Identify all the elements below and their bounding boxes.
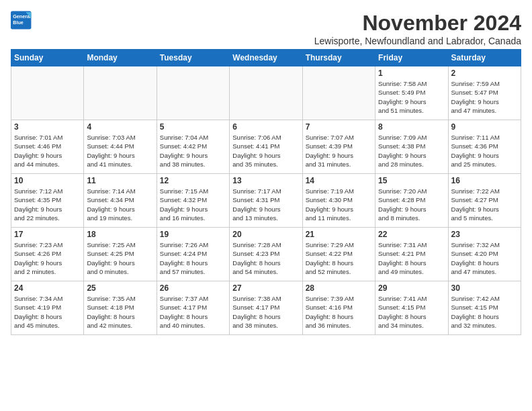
calendar-cell: 1Sunrise: 7:58 AMSunset: 5:49 PMDaylight… — [375, 66, 448, 120]
calendar-cell: 4Sunrise: 7:03 AMSunset: 4:44 PMDaylight… — [84, 120, 157, 174]
cell-info: Sunrise: 7:26 AMSunset: 4:24 PMDaylight:… — [160, 240, 226, 276]
calendar-cell: 12Sunrise: 7:15 AMSunset: 4:32 PMDayligh… — [157, 174, 229, 228]
calendar-cell: 2Sunrise: 7:59 AMSunset: 5:47 PMDaylight… — [448, 66, 521, 120]
calendar-cell: 8Sunrise: 7:09 AMSunset: 4:38 PMDaylight… — [375, 120, 448, 174]
svg-text:Blue: Blue — [13, 19, 24, 26]
cell-info: Sunrise: 7:15 AMSunset: 4:32 PMDaylight:… — [160, 187, 226, 222]
day-number: 30 — [451, 283, 518, 293]
calendar-cell: 18Sunrise: 7:25 AMSunset: 4:25 PMDayligh… — [84, 228, 157, 281]
title-area: November 2024 Lewisporte, Newfoundland a… — [314, 11, 521, 46]
weekday-header-saturday: Saturday — [448, 50, 521, 66]
calendar-cell — [302, 66, 375, 120]
calendar-cell — [157, 66, 229, 120]
cell-info: Sunrise: 7:01 AMSunset: 4:46 PMDaylight:… — [14, 133, 81, 169]
calendar-cell — [230, 66, 302, 120]
calendar-cell: 24Sunrise: 7:34 AMSunset: 4:19 PMDayligh… — [11, 281, 84, 335]
header: General Blue November 2024 Lewisporte, N… — [11, 11, 521, 46]
cell-info: Sunrise: 7:19 AMSunset: 4:30 PMDaylight:… — [306, 187, 372, 222]
cell-info: Sunrise: 7:07 AMSunset: 4:39 PMDaylight:… — [306, 133, 372, 169]
calendar-cell: 6Sunrise: 7:06 AMSunset: 4:41 PMDaylight… — [230, 120, 302, 174]
calendar-cell: 15Sunrise: 7:20 AMSunset: 4:28 PMDayligh… — [375, 174, 448, 228]
calendar-cell: 29Sunrise: 7:41 AMSunset: 4:15 PMDayligh… — [375, 281, 448, 335]
cell-info: Sunrise: 7:22 AMSunset: 4:27 PMDaylight:… — [451, 187, 518, 222]
calendar-cell: 23Sunrise: 7:32 AMSunset: 4:20 PMDayligh… — [448, 228, 521, 281]
cell-info: Sunrise: 7:38 AMSunset: 4:17 PMDaylight:… — [232, 294, 299, 330]
logo-icon: General Blue — [11, 11, 32, 30]
day-number: 29 — [378, 283, 445, 293]
calendar-cell: 9Sunrise: 7:11 AMSunset: 4:36 PMDaylight… — [448, 120, 521, 174]
cell-info: Sunrise: 7:35 AMSunset: 4:18 PMDaylight:… — [87, 294, 153, 330]
calendar-cell: 25Sunrise: 7:35 AMSunset: 4:18 PMDayligh… — [84, 281, 157, 335]
calendar-cell — [84, 66, 157, 120]
calendar-cell: 30Sunrise: 7:42 AMSunset: 4:15 PMDayligh… — [448, 281, 521, 335]
day-number: 20 — [232, 230, 299, 239]
cell-info: Sunrise: 7:28 AMSunset: 4:23 PMDaylight:… — [232, 240, 299, 276]
cell-info: Sunrise: 7:39 AMSunset: 4:16 PMDaylight:… — [306, 294, 372, 330]
cell-info: Sunrise: 7:31 AMSunset: 4:21 PMDaylight:… — [378, 240, 445, 276]
day-number: 11 — [87, 176, 153, 185]
day-number: 19 — [160, 230, 226, 239]
cell-info: Sunrise: 7:20 AMSunset: 4:28 PMDaylight:… — [378, 187, 445, 222]
weekday-header-friday: Friday — [375, 50, 448, 66]
cell-info: Sunrise: 7:37 AMSunset: 4:17 PMDaylight:… — [160, 294, 226, 330]
day-number: 24 — [14, 283, 81, 293]
calendar-cell: 5Sunrise: 7:04 AMSunset: 4:42 PMDaylight… — [157, 120, 229, 174]
calendar-cell: 20Sunrise: 7:28 AMSunset: 4:23 PMDayligh… — [230, 228, 302, 281]
cell-info: Sunrise: 7:59 AMSunset: 5:47 PMDaylight:… — [451, 79, 518, 115]
day-number: 13 — [232, 176, 299, 185]
day-number: 23 — [451, 230, 518, 239]
day-number: 16 — [451, 176, 518, 185]
month-title: November 2024 — [314, 11, 521, 36]
cell-info: Sunrise: 7:12 AMSunset: 4:35 PMDaylight:… — [14, 187, 81, 222]
day-number: 22 — [378, 230, 445, 239]
cell-info: Sunrise: 7:17 AMSunset: 4:31 PMDaylight:… — [232, 187, 299, 222]
calendar-cell: 26Sunrise: 7:37 AMSunset: 4:17 PMDayligh… — [157, 281, 229, 335]
calendar-cell: 21Sunrise: 7:29 AMSunset: 4:22 PMDayligh… — [302, 228, 375, 281]
day-number: 12 — [160, 176, 226, 185]
day-number: 5 — [160, 122, 226, 132]
calendar-week-row: 17Sunrise: 7:23 AMSunset: 4:26 PMDayligh… — [11, 228, 521, 281]
day-number: 17 — [14, 230, 81, 239]
day-number: 15 — [378, 176, 445, 185]
day-number: 2 — [451, 68, 518, 78]
day-number: 3 — [14, 122, 81, 132]
cell-info: Sunrise: 7:06 AMSunset: 4:41 PMDaylight:… — [232, 133, 299, 169]
cell-info: Sunrise: 7:14 AMSunset: 4:34 PMDaylight:… — [87, 187, 153, 222]
cell-info: Sunrise: 7:29 AMSunset: 4:22 PMDaylight:… — [306, 240, 372, 276]
calendar-cell: 13Sunrise: 7:17 AMSunset: 4:31 PMDayligh… — [230, 174, 302, 228]
calendar-cell: 16Sunrise: 7:22 AMSunset: 4:27 PMDayligh… — [448, 174, 521, 228]
cell-info: Sunrise: 7:23 AMSunset: 4:26 PMDaylight:… — [14, 240, 81, 276]
day-number: 27 — [232, 283, 299, 293]
calendar-cell: 19Sunrise: 7:26 AMSunset: 4:24 PMDayligh… — [157, 228, 229, 281]
calendar-cell: 22Sunrise: 7:31 AMSunset: 4:21 PMDayligh… — [375, 228, 448, 281]
day-number: 9 — [451, 122, 518, 132]
day-number: 25 — [87, 283, 153, 293]
cell-info: Sunrise: 7:25 AMSunset: 4:25 PMDaylight:… — [87, 240, 153, 276]
cell-info: Sunrise: 7:04 AMSunset: 4:42 PMDaylight:… — [160, 133, 226, 169]
day-number: 1 — [378, 68, 445, 78]
weekday-header-sunday: Sunday — [11, 50, 84, 66]
weekday-header-tuesday: Tuesday — [157, 50, 229, 66]
location: Lewisporte, Newfoundland and Labrador, C… — [314, 36, 521, 46]
calendar-cell: 14Sunrise: 7:19 AMSunset: 4:30 PMDayligh… — [302, 174, 375, 228]
calendar-cell: 28Sunrise: 7:39 AMSunset: 4:16 PMDayligh… — [302, 281, 375, 335]
calendar-cell: 27Sunrise: 7:38 AMSunset: 4:17 PMDayligh… — [230, 281, 302, 335]
day-number: 18 — [87, 230, 153, 239]
calendar-cell: 17Sunrise: 7:23 AMSunset: 4:26 PMDayligh… — [11, 228, 84, 281]
calendar-cell: 10Sunrise: 7:12 AMSunset: 4:35 PMDayligh… — [11, 174, 84, 228]
weekday-header-row: SundayMondayTuesdayWednesdayThursdayFrid… — [11, 50, 521, 66]
cell-info: Sunrise: 7:42 AMSunset: 4:15 PMDaylight:… — [451, 294, 518, 330]
weekday-header-monday: Monday — [84, 50, 157, 66]
calendar-table: SundayMondayTuesdayWednesdayThursdayFrid… — [11, 49, 521, 335]
day-number: 26 — [160, 283, 226, 293]
cell-info: Sunrise: 7:11 AMSunset: 4:36 PMDaylight:… — [451, 133, 518, 169]
cell-info: Sunrise: 7:58 AMSunset: 5:49 PMDaylight:… — [378, 79, 445, 115]
cell-info: Sunrise: 7:32 AMSunset: 4:20 PMDaylight:… — [451, 240, 518, 276]
cell-info: Sunrise: 7:41 AMSunset: 4:15 PMDaylight:… — [378, 294, 445, 330]
calendar-week-row: 1Sunrise: 7:58 AMSunset: 5:49 PMDaylight… — [11, 66, 521, 120]
calendar-week-row: 10Sunrise: 7:12 AMSunset: 4:35 PMDayligh… — [11, 174, 521, 228]
weekday-header-wednesday: Wednesday — [230, 50, 302, 66]
day-number: 4 — [87, 122, 153, 132]
calendar-week-row: 24Sunrise: 7:34 AMSunset: 4:19 PMDayligh… — [11, 281, 521, 335]
calendar-cell: 11Sunrise: 7:14 AMSunset: 4:34 PMDayligh… — [84, 174, 157, 228]
